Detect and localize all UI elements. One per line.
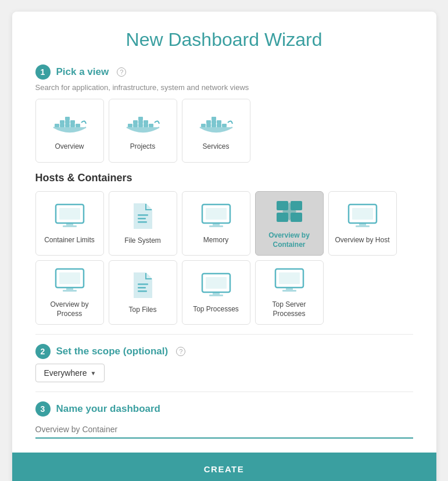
step3-label: Name your dashboard — [56, 403, 161, 415]
svg-rect-10 — [133, 120, 138, 124]
step3-row: 3 Name your dashboard — [35, 401, 413, 417]
svg-rect-19 — [206, 120, 211, 124]
card-memory[interactable]: Memory — [182, 191, 250, 256]
svg-rect-47 — [59, 272, 80, 284]
svg-rect-23 — [212, 124, 216, 127]
svg-rect-52 — [138, 290, 147, 292]
svg-rect-50 — [138, 283, 148, 285]
card-top-server-processes-label: Top Server Processes — [260, 300, 318, 318]
svg-rect-55 — [213, 292, 220, 295]
svg-rect-36 — [213, 223, 220, 225]
card-overview-process-label: Overview by Process — [41, 300, 99, 318]
svg-rect-58 — [279, 272, 300, 284]
svg-rect-5 — [65, 124, 70, 127]
step2-circle: 2 — [35, 344, 51, 359]
svg-rect-20 — [206, 124, 211, 127]
card-top-files[interactable]: Top Files — [109, 260, 177, 325]
svg-rect-16 — [144, 124, 148, 127]
card-overview-container[interactable]: Overview by Container — [255, 191, 324, 256]
hosts-containers-header: Hosts & Containers — [35, 172, 413, 184]
svg-rect-21 — [212, 117, 216, 120]
card-overview-container-label: Overview by Container — [260, 231, 318, 249]
svg-rect-56 — [209, 295, 223, 296]
monitor-icon — [55, 203, 85, 231]
svg-rect-33 — [138, 221, 147, 223]
card-top-files-label: Top Files — [128, 306, 156, 315]
docker-cards-row: Overview Projects — [35, 99, 413, 163]
card-docker-projects-label: Projects — [130, 142, 155, 152]
monitor-icon — [201, 272, 231, 300]
svg-rect-32 — [138, 218, 146, 220]
card-top-server-processes[interactable]: Top Server Processes — [255, 260, 324, 325]
svg-rect-60 — [282, 290, 296, 292]
scope-value: Everywhere — [44, 368, 87, 378]
dropdown-arrow-icon: ▼ — [90, 370, 96, 376]
divider1 — [35, 334, 413, 335]
scope-dropdown[interactable]: Everywhere ▼ — [35, 364, 105, 382]
svg-rect-43 — [352, 208, 373, 220]
file-icon — [131, 203, 155, 232]
step2-row: 2 Set the scope (optional) ? — [35, 344, 413, 359]
svg-rect-54 — [206, 277, 227, 289]
step3-circle: 3 — [35, 401, 51, 417]
svg-rect-51 — [138, 287, 146, 289]
card-docker-services-label: Services — [202, 142, 229, 152]
svg-rect-45 — [356, 225, 370, 227]
svg-rect-2 — [60, 124, 64, 127]
dashboard-name-input[interactable] — [35, 421, 413, 439]
step1-label: Pick a view — [56, 66, 109, 78]
step1-help-icon[interactable]: ? — [117, 67, 126, 77]
hosts-cards-row2: Overview by Process Top Files — [35, 260, 413, 325]
card-file-system[interactable]: File System — [109, 191, 177, 256]
card-docker-projects[interactable]: Projects — [109, 99, 177, 163]
svg-rect-48 — [66, 288, 73, 290]
card-overview-process[interactable]: Overview by Process — [35, 260, 104, 325]
svg-rect-9 — [128, 124, 132, 127]
svg-rect-13 — [138, 120, 143, 124]
card-container-limits[interactable]: Container Limits — [35, 191, 104, 256]
svg-rect-1 — [60, 120, 64, 124]
card-docker-services[interactable]: Services — [182, 99, 250, 163]
card-top-processes[interactable]: Top Processes — [182, 260, 250, 325]
card-docker-overview-label: Overview — [55, 142, 84, 152]
svg-rect-6 — [70, 120, 75, 124]
hosts-cards-row1: Container Limits File System — [35, 191, 413, 256]
wizard-container: New Dashboard Wizard 1 Pick a view ? Sea… — [12, 12, 436, 481]
svg-rect-29 — [66, 223, 73, 225]
svg-rect-15 — [144, 120, 148, 124]
step1-circle: 1 — [35, 64, 51, 80]
card-overview-host[interactable]: Overview by Host — [328, 191, 397, 256]
step2-help-icon[interactable]: ? — [176, 347, 185, 356]
svg-rect-18 — [201, 124, 206, 127]
svg-rect-30 — [63, 225, 77, 227]
svg-rect-49 — [63, 290, 77, 292]
monitor-icon — [55, 268, 85, 296]
svg-rect-14 — [138, 124, 143, 127]
divider2 — [35, 392, 413, 392]
svg-rect-28 — [59, 208, 80, 220]
card-container-limits-label: Container Limits — [44, 236, 95, 245]
step1-row: 1 Pick a view ? — [35, 64, 413, 80]
svg-rect-37 — [209, 225, 223, 227]
scope-section: Everywhere ▼ — [35, 364, 413, 382]
svg-rect-44 — [359, 223, 366, 225]
svg-rect-7 — [70, 124, 75, 127]
name-section — [35, 421, 413, 439]
svg-rect-31 — [138, 214, 148, 216]
docker-icon — [126, 111, 160, 138]
overview-container-icon — [274, 199, 304, 227]
card-docker-overview[interactable]: Overview — [35, 99, 104, 163]
svg-rect-12 — [138, 117, 143, 120]
docker-icon — [52, 111, 87, 138]
svg-rect-26 — [222, 124, 227, 127]
wizard-title: New Dashboard Wizard — [35, 29, 413, 51]
svg-rect-4 — [65, 120, 70, 124]
monitor-icon — [274, 268, 304, 296]
svg-rect-25 — [217, 124, 221, 127]
card-overview-host-label: Overview by Host — [335, 236, 389, 245]
svg-rect-17 — [149, 124, 153, 127]
svg-rect-8 — [76, 124, 80, 127]
file-icon — [131, 272, 155, 301]
docker-icon — [199, 111, 234, 138]
create-button[interactable]: CREATE — [12, 453, 436, 481]
